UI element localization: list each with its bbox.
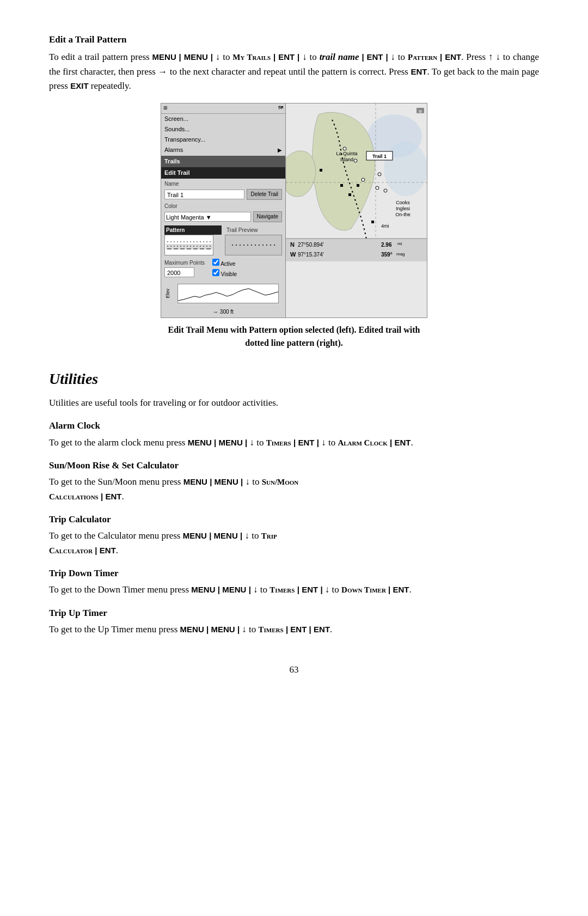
name-row: Trail 1 Delete Trail <box>161 188 285 201</box>
menu-transparency: Transparency... <box>161 135 285 145</box>
svg-point-21 <box>376 186 379 190</box>
max-points-label: Maximum Points <box>164 259 205 267</box>
utilities-section: Utilities Utilities are useful tools for… <box>49 367 539 637</box>
svg-text:W: W <box>290 251 296 258</box>
active-checkbox[interactable] <box>212 259 219 266</box>
edit-trail-header: Edit Trail <box>161 167 285 179</box>
ent-ac-2: ENT <box>395 438 411 447</box>
alarms-arrow: ▶ <box>278 146 282 155</box>
color-row: Light Magenta ▼ Navigate <box>161 210 285 223</box>
svg-rect-25 <box>340 184 343 187</box>
preview-label: Trail Preview <box>225 225 282 235</box>
edit-trail-section: Edit a Trail Pattern To edit a trail pat… <box>49 33 539 350</box>
gps-left-panel: ⊞ 🗺 Screen... Sounds... Transparency... … <box>161 103 286 317</box>
pipe-tc-1: | <box>209 531 211 540</box>
svg-text:On-the: On-the <box>395 212 411 217</box>
svg-text:mi: mi <box>397 241 402 246</box>
sun-moon-heading: Sun/Moon Rise & Set Calculator <box>49 459 539 473</box>
ent-ac-1: ENT <box>298 438 314 447</box>
svg-point-18 <box>343 147 346 150</box>
pipe-7: | <box>440 52 442 62</box>
ent-td-1: ENT <box>302 585 318 594</box>
pattern-row: Pattern Trail Preview <box>161 223 285 258</box>
svg-point-20 <box>362 178 365 181</box>
svg-text:⊞: ⊞ <box>419 109 422 113</box>
pipe-ac-1: | <box>214 438 216 447</box>
pipe-td-3: | <box>297 585 299 594</box>
checkbox-col: Active Visible <box>209 259 240 278</box>
pipe-tu-1: | <box>206 625 209 634</box>
utilities-heading: Utilities <box>49 367 539 390</box>
svg-text:La Quinta: La Quinta <box>336 151 357 156</box>
alarm-clock-text: To get to the alarm clock menu press MEN… <box>49 436 539 450</box>
menu-tc-2: MENU <box>214 531 238 540</box>
svg-text:Island: Island <box>340 157 353 162</box>
pattern-col: Pattern <box>164 225 222 256</box>
svg-point-22 <box>384 189 387 192</box>
menu-sm-2: MENU <box>215 477 238 486</box>
menu-tu-2: MENU <box>211 625 235 634</box>
menu-td-1: MENU <box>191 585 215 594</box>
menu-screen: Screen... <box>161 114 285 124</box>
svg-text:97°15.374': 97°15.374' <box>298 252 324 258</box>
max-points-col: Maximum Points 2000 <box>164 259 205 277</box>
pipe-1: | <box>179 52 181 62</box>
visible-checkbox-label: Visible <box>212 269 237 279</box>
pattern-ref: Pattern <box>408 53 437 62</box>
svg-text:4mi: 4mi <box>381 223 389 229</box>
down-timer-ref: Down Timer <box>341 585 386 594</box>
timers-ref-3: Timers <box>259 625 284 634</box>
exit-key: EXIT <box>70 81 88 90</box>
pipe-td-2: | <box>249 585 251 594</box>
map-svg: La Quinta Island Trail 1 Cooks Inglesi O… <box>286 103 427 261</box>
menu-sounds: Sounds... <box>161 124 285 135</box>
gps-map-icon: 🗺 <box>278 105 283 112</box>
menu-key-2: MENU <box>184 52 208 62</box>
menu-tu-1: MENU <box>180 625 204 634</box>
svg-rect-28 <box>371 221 374 223</box>
pipe-tu-3: | <box>286 625 288 634</box>
edit-trail-paragraph: To edit a trail pattern press MENU | MEN… <box>49 50 539 93</box>
pattern-svg <box>166 236 212 254</box>
svg-text:Trail 1: Trail 1 <box>372 154 387 159</box>
pipe-2: | <box>211 52 213 62</box>
preview-col: Trail Preview <box>225 225 282 256</box>
pipe-5: | <box>362 52 364 62</box>
figure-caption: Edit Trail Menu with Pattern option sele… <box>49 323 539 350</box>
max-points-section: Maximum Points 2000 Active Visible <box>161 258 285 279</box>
edit-trail-heading: Edit a Trail Pattern <box>49 33 539 47</box>
menu-key-1: MENU <box>152 52 176 62</box>
pipe-tu-4: | <box>309 625 311 634</box>
trail-name-ref: trail name <box>320 52 359 62</box>
sun-moon-text: To get to the Sun/Moon menu press MENU |… <box>49 475 539 504</box>
ent-tu-1: ENT <box>290 625 307 634</box>
svg-point-8 <box>384 142 427 196</box>
timers-ref-1: Timers <box>266 438 291 447</box>
timers-ref-2: Timers <box>270 585 295 594</box>
delete-trail-btn: Delete Trail <box>247 189 282 200</box>
pipe-ac-3: | <box>293 438 296 447</box>
trip-down-heading: Trip Down Timer <box>49 566 539 581</box>
visible-checkbox[interactable] <box>212 269 219 276</box>
svg-point-23 <box>378 173 381 176</box>
trip-up-heading: Trip Up Timer <box>49 606 539 620</box>
ent-td-2: ENT <box>393 585 409 594</box>
name-label: Name <box>161 179 285 188</box>
trip-down-text: To get to the Down Timer menu press MENU… <box>49 583 539 597</box>
pipe-ac-5: | <box>390 438 392 447</box>
menu-td-2: MENU <box>222 585 246 594</box>
pipe-sm-2: | <box>241 477 243 486</box>
svg-text:mag: mag <box>396 252 405 257</box>
pipe-tc-3: | <box>95 546 97 555</box>
alarm-clock-ref: Alarm Clock <box>338 438 387 447</box>
menu-sm-1: MENU <box>183 477 207 486</box>
pipe-3: | <box>273 52 275 62</box>
svg-rect-24 <box>320 169 322 172</box>
elev-bar <box>177 284 279 303</box>
trip-calc-text: To get to the Calculator menu press MENU… <box>49 529 539 558</box>
sun-moon-calc-ref: Sun/MoonCalculations <box>49 478 298 500</box>
elev-row: Elev <box>164 282 282 306</box>
svg-rect-26 <box>357 184 359 187</box>
pipe-td-5: | <box>388 585 390 594</box>
preview-svg <box>232 236 275 254</box>
